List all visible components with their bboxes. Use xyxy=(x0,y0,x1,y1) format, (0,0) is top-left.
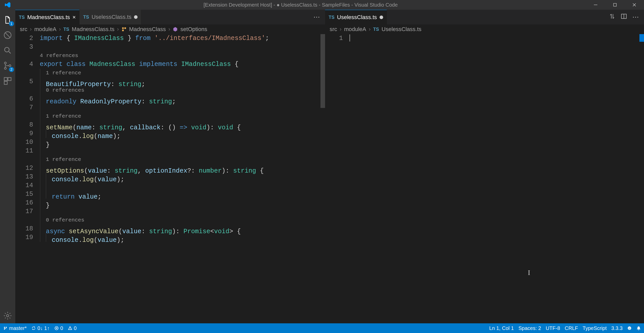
minimize-button[interactable] xyxy=(586,0,605,10)
extensions-icon[interactable] xyxy=(0,73,15,89)
tabs-row-right: TS UselessClass.ts ⋯ xyxy=(325,10,644,24)
svg-point-4 xyxy=(4,67,6,70)
search-icon[interactable] xyxy=(0,43,15,58)
notifications-icon[interactable] xyxy=(636,326,641,330)
close-window-button[interactable] xyxy=(625,0,644,10)
ts-version-item[interactable]: 3.3.3 xyxy=(611,325,623,331)
scm-badge: 2 xyxy=(9,67,14,72)
explorer-badge: 1 xyxy=(9,21,14,26)
breadcrumb-seg[interactable]: MadnessClass xyxy=(129,26,166,33)
code-body[interactable]: import { IMadnessClass } from '../interf… xyxy=(40,34,325,323)
breadcrumb-seg[interactable]: src xyxy=(20,26,27,33)
codelens[interactable]: 0 references xyxy=(40,86,325,95)
eol-item[interactable]: CRLF xyxy=(565,325,578,331)
errors-item[interactable]: 0 xyxy=(54,325,63,331)
svg-point-5 xyxy=(9,65,11,67)
close-icon[interactable]: × xyxy=(73,14,76,21)
svg-rect-6 xyxy=(4,78,7,81)
breadcrumb-seg[interactable]: MadnessClass.ts xyxy=(72,26,115,33)
window-title: [Extension Development Host] - ● Useless… xyxy=(15,2,586,8)
breadcrumbs-left[interactable]: src › moduleA › TS MadnessClass.ts › Mad… xyxy=(15,24,325,34)
typescript-file-icon: TS xyxy=(19,15,25,20)
typescript-file-icon: TS xyxy=(83,15,89,20)
tab-label: UselessClass.ts xyxy=(91,14,131,20)
breadcrumb-seg[interactable]: src xyxy=(330,26,337,33)
breadcrumb-seg[interactable]: setOptions xyxy=(180,26,207,33)
line-gutter: 1 xyxy=(325,34,350,323)
codelens[interactable]: 4 references xyxy=(40,51,325,60)
symbol-method-icon xyxy=(173,27,178,32)
chevron-right-icon: › xyxy=(369,26,371,33)
svg-rect-8 xyxy=(4,81,7,85)
editor-group-2: TS UselessClass.ts ⋯ src › moduleA xyxy=(325,10,644,323)
svg-point-14 xyxy=(630,327,630,328)
breadcrumb-seg[interactable]: moduleA xyxy=(34,26,57,33)
tab-label: UselessClass.ts xyxy=(337,14,377,21)
sync-item[interactable]: 0↓ 1↑ xyxy=(31,325,50,331)
breadcrumb-seg[interactable]: moduleA xyxy=(344,26,366,33)
warnings-item[interactable]: 0 xyxy=(68,325,77,331)
tabs-row-left: TS MadnessClass.ts × TS UselessClass.ts … xyxy=(15,10,325,24)
tab-label: MadnessClass.ts xyxy=(27,14,70,21)
more-actions-icon[interactable]: ⋯ xyxy=(313,13,320,21)
compare-changes-icon[interactable] xyxy=(609,13,615,21)
svg-rect-0 xyxy=(613,3,616,6)
tab-uselessclass-left[interactable]: TS UselessClass.ts xyxy=(79,10,141,24)
encoding-item[interactable]: UTF-8 xyxy=(546,325,560,331)
codelens[interactable]: 0 references xyxy=(40,216,325,225)
text-cursor-icon: I xyxy=(528,268,530,277)
chevron-right-icon: › xyxy=(30,26,32,33)
typescript-file-icon: TS xyxy=(329,15,334,20)
circle-slash-icon[interactable] xyxy=(0,27,15,43)
split-editor-icon[interactable] xyxy=(621,13,627,21)
code-editor-right[interactable]: 1 I xyxy=(325,34,644,323)
svg-point-2 xyxy=(5,47,9,52)
codelens[interactable]: 1 reference xyxy=(40,155,325,164)
title-bar: [Extension Development Host] - ● Useless… xyxy=(0,0,644,10)
code-editor-left[interactable]: 2 3 4 5 6 7 8 9 10 11 xyxy=(15,34,325,323)
more-actions-icon[interactable]: ⋯ xyxy=(632,13,639,21)
chevron-right-icon: › xyxy=(59,26,61,33)
breadcrumbs-right[interactable]: src › moduleA › TS UselessClass.ts xyxy=(325,24,644,34)
svg-rect-7 xyxy=(8,78,11,81)
tab-madnessclass[interactable]: TS MadnessClass.ts × xyxy=(15,10,79,24)
status-bar: master* 0↓ 1↑ 0 0 Ln 1, Col 1 Spaces: 2 … xyxy=(0,323,644,333)
codelens[interactable]: 1 reference xyxy=(40,112,325,121)
vscode-logo-icon xyxy=(0,2,15,8)
code-body[interactable]: I xyxy=(350,34,644,323)
editor-group-1: TS MadnessClass.ts × TS UselessClass.ts … xyxy=(15,10,325,323)
typescript-file-icon: TS xyxy=(373,27,379,32)
svg-point-12 xyxy=(628,326,631,330)
source-control-icon[interactable]: 2 xyxy=(0,58,15,73)
svg-point-3 xyxy=(4,62,6,64)
language-item[interactable]: TypeScript xyxy=(583,325,607,331)
chevron-right-icon: › xyxy=(168,26,170,33)
tab-uselessclass-right[interactable]: TS UselessClass.ts xyxy=(325,10,387,24)
symbol-class-icon xyxy=(122,27,127,32)
dirty-indicator-icon xyxy=(380,16,383,19)
overview-ruler-mark xyxy=(639,34,644,42)
explorer-icon[interactable]: 1 xyxy=(0,12,15,27)
settings-gear-icon[interactable] xyxy=(0,308,15,323)
cursor-pos-item[interactable]: Ln 1, Col 1 xyxy=(489,325,514,331)
text-cursor xyxy=(350,34,350,41)
line-gutter: 2 3 4 5 6 7 8 9 10 11 xyxy=(15,34,40,323)
dirty-indicator-icon xyxy=(134,15,138,19)
maximize-button[interactable] xyxy=(605,0,625,10)
breadcrumb-seg[interactable]: UselessClass.ts xyxy=(382,26,421,33)
codelens[interactable]: 1 reference xyxy=(40,69,325,77)
svg-point-9 xyxy=(7,315,9,317)
chevron-right-icon: › xyxy=(340,26,341,33)
typescript-file-icon: TS xyxy=(63,27,69,32)
git-branch-item[interactable]: master* xyxy=(3,325,27,331)
feedback-icon[interactable] xyxy=(627,326,632,330)
svg-point-13 xyxy=(629,327,629,328)
activity-bar: 1 2 xyxy=(0,10,15,323)
indent-item[interactable]: Spaces: 2 xyxy=(518,325,541,331)
chevron-right-icon: › xyxy=(117,26,119,33)
